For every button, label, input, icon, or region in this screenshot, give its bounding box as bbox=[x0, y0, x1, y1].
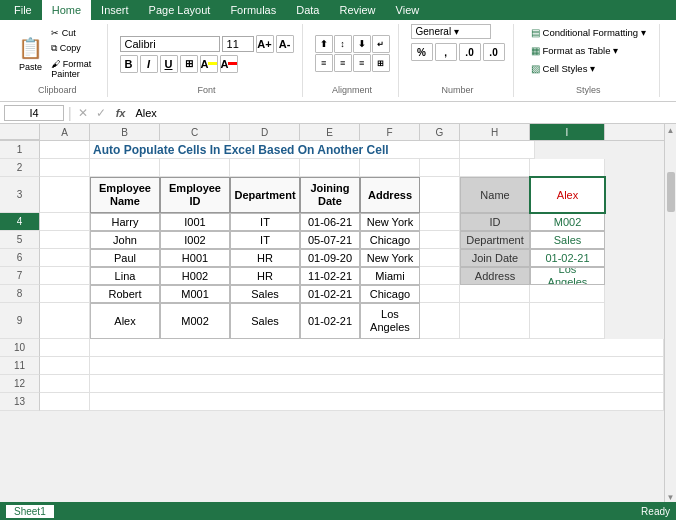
row-num-5[interactable]: 5 bbox=[0, 231, 40, 249]
font-name-input[interactable] bbox=[120, 36, 220, 52]
cell-a5[interactable] bbox=[40, 231, 90, 249]
font-color-button[interactable]: A bbox=[220, 55, 238, 73]
cell-f6[interactable]: New York bbox=[360, 249, 420, 267]
cell-e9[interactable]: 01-02-21 bbox=[300, 303, 360, 339]
cell-b9[interactable]: Alex bbox=[90, 303, 160, 339]
number-format-dropdown[interactable]: General ▾ bbox=[411, 24, 491, 39]
cell-reference-box[interactable] bbox=[4, 105, 64, 121]
cell-b8[interactable]: Robert bbox=[90, 285, 160, 303]
cell-a3[interactable] bbox=[40, 177, 90, 213]
cell-b5[interactable]: John bbox=[90, 231, 160, 249]
cell-h4[interactable]: ID bbox=[460, 213, 530, 231]
cell-c4[interactable]: I001 bbox=[160, 213, 230, 231]
increase-decimal-button[interactable]: .0 bbox=[459, 43, 481, 61]
cell-rest-10[interactable] bbox=[90, 339, 664, 357]
align-left-button[interactable]: ≡ bbox=[315, 54, 333, 72]
format-painter-button[interactable]: 🖌 Format Painter bbox=[47, 57, 98, 81]
cell-g4[interactable] bbox=[420, 213, 460, 231]
col-header-f[interactable]: F bbox=[360, 124, 420, 140]
cell-a2[interactable] bbox=[40, 159, 90, 177]
cell-a8[interactable] bbox=[40, 285, 90, 303]
cell-i5[interactable]: Sales bbox=[530, 231, 605, 249]
sheet-tab[interactable]: Sheet1 bbox=[6, 505, 54, 518]
cell-h5[interactable]: Department bbox=[460, 231, 530, 249]
decrease-decimal-button[interactable]: .0 bbox=[483, 43, 505, 61]
cell-e8[interactable]: 01-02-21 bbox=[300, 285, 360, 303]
cut-button[interactable]: ✂ Cut bbox=[47, 26, 98, 40]
font-size-increase-button[interactable]: A+ bbox=[256, 35, 274, 53]
cell-h8[interactable] bbox=[460, 285, 530, 303]
cell-d4[interactable]: IT bbox=[230, 213, 300, 231]
cell-g5[interactable] bbox=[420, 231, 460, 249]
bold-button[interactable]: B bbox=[120, 55, 138, 73]
tab-view[interactable]: View bbox=[386, 0, 430, 20]
align-bottom-button[interactable]: ⬇ bbox=[353, 35, 371, 53]
tab-review[interactable]: Review bbox=[329, 0, 385, 20]
cell-e7[interactable]: 11-02-21 bbox=[300, 267, 360, 285]
tab-formulas[interactable]: Formulas bbox=[220, 0, 286, 20]
tab-page-layout[interactable]: Page Layout bbox=[139, 0, 221, 20]
cell-d3[interactable]: Department bbox=[230, 177, 300, 213]
cell-f8[interactable]: Chicago bbox=[360, 285, 420, 303]
tab-data[interactable]: Data bbox=[286, 0, 329, 20]
cell-f3[interactable]: Address bbox=[360, 177, 420, 213]
cell-c2[interactable] bbox=[160, 159, 230, 177]
cell-b2[interactable] bbox=[90, 159, 160, 177]
cell-f2[interactable] bbox=[360, 159, 420, 177]
copy-button[interactable]: ⧉ Copy bbox=[47, 41, 98, 56]
cell-a13[interactable] bbox=[40, 393, 90, 411]
cell-e6[interactable]: 01-09-20 bbox=[300, 249, 360, 267]
cell-c6[interactable]: H001 bbox=[160, 249, 230, 267]
col-header-b[interactable]: B bbox=[90, 124, 160, 140]
cell-b3[interactable]: EmployeeName bbox=[90, 177, 160, 213]
cell-a7[interactable] bbox=[40, 267, 90, 285]
col-header-e[interactable]: E bbox=[300, 124, 360, 140]
row-num-8[interactable]: 8 bbox=[0, 285, 40, 303]
cell-styles-button[interactable]: ▧ Cell Styles ▾ bbox=[526, 60, 601, 77]
cell-g3[interactable] bbox=[420, 177, 460, 213]
col-header-h[interactable]: H bbox=[460, 124, 530, 140]
cell-f9[interactable]: LosAngeles bbox=[360, 303, 420, 339]
cell-c9[interactable]: M002 bbox=[160, 303, 230, 339]
row-num-4[interactable]: 4 bbox=[0, 213, 40, 231]
merge-button[interactable]: ⊞ bbox=[372, 54, 390, 72]
col-header-i[interactable]: I bbox=[530, 124, 605, 140]
cell-e5[interactable]: 05-07-21 bbox=[300, 231, 360, 249]
row-num-11[interactable]: 11 bbox=[0, 357, 40, 375]
cell-g8[interactable] bbox=[420, 285, 460, 303]
cell-a1[interactable] bbox=[40, 141, 90, 159]
cell-c3[interactable]: EmployeeID bbox=[160, 177, 230, 213]
cell-f5[interactable]: Chicago bbox=[360, 231, 420, 249]
row-num-2[interactable]: 2 bbox=[0, 159, 40, 177]
scroll-up-button[interactable]: ▲ bbox=[667, 126, 675, 135]
format-as-table-button[interactable]: ▦ Format as Table ▾ bbox=[526, 42, 624, 59]
cell-i1[interactable] bbox=[460, 141, 535, 159]
comma-button[interactable]: , bbox=[435, 43, 457, 61]
row-num-12[interactable]: 12 bbox=[0, 375, 40, 393]
cell-b4[interactable]: Harry bbox=[90, 213, 160, 231]
cell-i6[interactable]: 01-02-21 bbox=[530, 249, 605, 267]
col-header-a[interactable]: A bbox=[40, 124, 90, 140]
cell-g7[interactable] bbox=[420, 267, 460, 285]
cell-rest-12[interactable] bbox=[90, 375, 664, 393]
percent-button[interactable]: % bbox=[411, 43, 433, 61]
formula-cancel-button[interactable]: ✕ bbox=[76, 106, 90, 120]
tab-insert[interactable]: Insert bbox=[91, 0, 139, 20]
wrap-text-button[interactable]: ↵ bbox=[372, 35, 390, 53]
cell-a12[interactable] bbox=[40, 375, 90, 393]
scroll-thumb[interactable] bbox=[667, 172, 675, 212]
col-header-c[interactable]: C bbox=[160, 124, 230, 140]
cell-b1[interactable]: Auto Populate Cells In Excel Based On An… bbox=[90, 141, 460, 159]
cell-a6[interactable] bbox=[40, 249, 90, 267]
cell-i9[interactable] bbox=[530, 303, 605, 339]
italic-button[interactable]: I bbox=[140, 55, 158, 73]
cell-i2[interactable] bbox=[530, 159, 605, 177]
conditional-formatting-button[interactable]: ▤ Conditional Formatting ▾ bbox=[526, 24, 652, 41]
row-num-6[interactable]: 6 bbox=[0, 249, 40, 267]
cell-c5[interactable]: I002 bbox=[160, 231, 230, 249]
cell-f4[interactable]: New York bbox=[360, 213, 420, 231]
cell-h6[interactable]: Join Date bbox=[460, 249, 530, 267]
cell-i8[interactable] bbox=[530, 285, 605, 303]
cell-f7[interactable]: Miami bbox=[360, 267, 420, 285]
paste-button[interactable]: 📋 Paste bbox=[16, 28, 45, 80]
